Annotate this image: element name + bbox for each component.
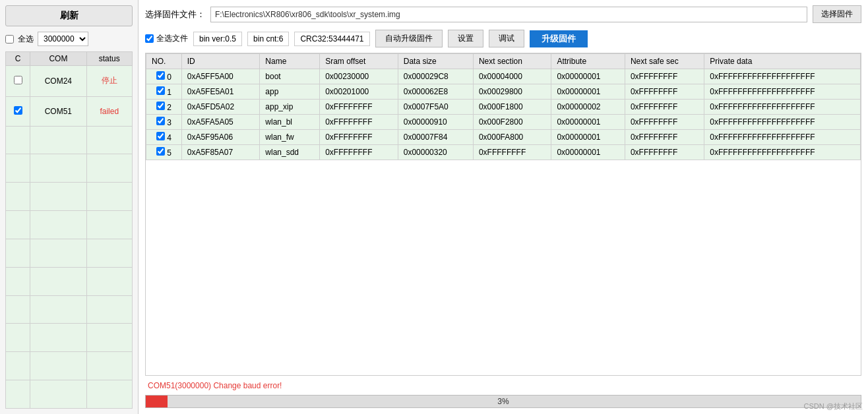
com-checkbox[interactable]: [14, 106, 22, 115]
row-cell-data_size: 0x00000910: [398, 115, 473, 130]
com-table-row-empty: [6, 183, 133, 211]
table-row: 00xA5FF5A00boot0x002300000x000029C80x000…: [146, 69, 861, 84]
row-cell-private_data: 0xFFFFFFFFFFFFFFFFFFFF: [704, 145, 861, 160]
progress-bar: 3%: [145, 395, 861, 408]
row-cell-sram_offset: 0xFFFFFFFF: [320, 145, 398, 160]
col-header-com: COM: [30, 52, 86, 66]
baud-select[interactable]: 3000000: [38, 32, 88, 46]
row-cell-private_data: 0xFFFFFFFFFFFFFFFFFFFF: [704, 130, 861, 145]
file-label: 选择固件文件：: [145, 9, 205, 20]
bin-ver-label: bin ver:0.5: [193, 32, 242, 46]
row-cell-sram_offset: 0x00230000: [320, 69, 398, 84]
row-cell-private_data: 0xFFFFFFFFFFFFFFFFFFFF: [704, 100, 861, 115]
data-col-header: NO.: [146, 54, 182, 69]
com-table: C COM status COM24停止COM51failed: [5, 51, 133, 409]
row-cell-next_section: 0x00029800: [473, 84, 551, 100]
com-checkbox[interactable]: [14, 76, 22, 84]
row-no-cell[interactable]: 0: [146, 69, 182, 84]
refresh-button[interactable]: 刷新: [5, 5, 133, 26]
com-table-row-empty: [6, 239, 133, 267]
row-cell-id: 0xA5FD5A02: [181, 100, 260, 115]
select-file-button[interactable]: 选择固件: [813, 5, 861, 23]
progress-text: 3%: [146, 396, 861, 407]
row-cell-sram_offset: 0xFFFFFFFF: [320, 130, 398, 145]
com-table-row-empty: [6, 126, 133, 154]
com-table-row: COM51failed: [6, 96, 133, 126]
row-no-cell[interactable]: 1: [146, 84, 182, 100]
row-cell-next_safe_sec: 0xFFFFFFFF: [625, 69, 704, 84]
row-cell-next_safe_sec: 0xFFFFFFFF: [625, 84, 704, 100]
right-panel: 选择固件文件： 选择固件 全选文件 bin ver:0.5 bin cnt:6 …: [139, 0, 868, 414]
row-no-cell[interactable]: 4: [146, 130, 182, 145]
com-name-cell: COM24: [30, 66, 86, 97]
col-header-status: status: [86, 52, 132, 66]
row-cell-id: 0xA5FA5A05: [181, 115, 260, 130]
row-checkbox[interactable]: [156, 147, 165, 156]
row-cell-id: 0xA5F95A06: [181, 130, 260, 145]
settings-button[interactable]: 设置: [448, 30, 483, 47]
data-table-wrapper[interactable]: NO.IDNameSram offsetData sizeNext sectio…: [145, 53, 861, 376]
row-checkbox[interactable]: [156, 71, 165, 80]
row-checkbox[interactable]: [156, 86, 165, 95]
row-cell-name: boot: [260, 69, 320, 84]
com-table-row-empty: [6, 352, 133, 380]
row-cell-next_safe_sec: 0xFFFFFFFF: [625, 145, 704, 160]
row-checkbox[interactable]: [156, 117, 165, 125]
row-cell-attribute: 0x00000001: [551, 145, 625, 160]
row-cell-next_section: 0x000F2800: [473, 115, 551, 130]
select-all-checkbox[interactable]: [5, 35, 14, 44]
row-cell-sram_offset: 0xFFFFFFFF: [320, 115, 398, 130]
row-cell-data_size: 0x000062E8: [398, 84, 473, 100]
select-all-files-label[interactable]: 全选文件: [145, 33, 188, 44]
select-all-files-checkbox[interactable]: [145, 34, 154, 43]
data-col-header: Next section: [473, 54, 551, 69]
upgrade-button[interactable]: 升级固件: [530, 30, 588, 47]
com-table-row: COM24停止: [6, 66, 133, 97]
select-all-label: 全选: [18, 34, 34, 45]
progress-row: 3%: [145, 394, 861, 409]
row-cell-next_section: 0x000FA800: [473, 130, 551, 145]
row-no-cell[interactable]: 5: [146, 145, 182, 160]
data-table: NO.IDNameSram offsetData sizeNext sectio…: [146, 53, 861, 160]
row-cell-attribute: 0x00000001: [551, 84, 625, 100]
auto-upgrade-button[interactable]: 自动升级固件: [375, 30, 443, 47]
data-col-header: ID: [181, 54, 260, 69]
com-checkbox-cell[interactable]: [6, 96, 30, 126]
left-panel: 刷新 全选 3000000 C COM status COM24停止COM51f…: [0, 0, 139, 414]
bin-cnt-label: bin cnt:6: [247, 32, 289, 46]
com-table-row-empty: [6, 380, 133, 409]
row-cell-next_safe_sec: 0xFFFFFFFF: [625, 115, 704, 130]
file-path-input[interactable]: [210, 7, 807, 22]
row-cell-next_safe_sec: 0xFFFFFFFF: [625, 100, 704, 115]
row-cell-id: 0xA5F85A07: [181, 145, 260, 160]
table-row: 40xA5F95A06wlan_fw0xFFFFFFFF0x00007F840x…: [146, 130, 861, 145]
row-cell-sram_offset: 0x00201000: [320, 84, 398, 100]
row-no-cell[interactable]: 2: [146, 100, 182, 115]
com-table-row-empty: [6, 295, 133, 324]
data-col-header: Sram offset: [320, 54, 398, 69]
col-header-c: C: [6, 52, 30, 66]
row-no-cell[interactable]: 3: [146, 115, 182, 130]
row-cell-next_section: 0x00004000: [473, 69, 551, 84]
row-cell-name: wlan_bl: [260, 115, 320, 130]
status-bar: COM51(3000000) Change baud error!: [145, 380, 861, 392]
table-row: 20xA5FD5A02app_xip0xFFFFFFFF0x0007F5A00x…: [146, 100, 861, 115]
row-cell-private_data: 0xFFFFFFFFFFFFFFFFFFFF: [704, 115, 861, 130]
select-all-row: 全选 3000000: [5, 32, 133, 46]
debug-button[interactable]: 调试: [489, 30, 524, 47]
table-row: 50xA5F85A07wlan_sdd0xFFFFFFFF0x000003200…: [146, 145, 861, 160]
com-table-row-empty: [6, 267, 133, 295]
data-col-header: Attribute: [551, 54, 625, 69]
row-cell-name: wlan_sdd: [260, 145, 320, 160]
data-col-header: Private data: [704, 54, 861, 69]
data-col-header: Name: [260, 54, 320, 69]
row-cell-data_size: 0x000029C8: [398, 69, 473, 84]
com-checkbox-cell[interactable]: [6, 66, 30, 97]
file-row: 选择固件文件： 选择固件: [145, 5, 861, 23]
row-cell-next_safe_sec: 0xFFFFFFFF: [625, 130, 704, 145]
row-cell-private_data: 0xFFFFFFFFFFFFFFFFFFFF: [704, 84, 861, 100]
row-checkbox[interactable]: [156, 102, 165, 110]
table-row: 30xA5FA5A05wlan_bl0xFFFFFFFF0x000009100x…: [146, 115, 861, 130]
row-cell-name: app_xip: [260, 100, 320, 115]
row-checkbox[interactable]: [156, 132, 165, 140]
